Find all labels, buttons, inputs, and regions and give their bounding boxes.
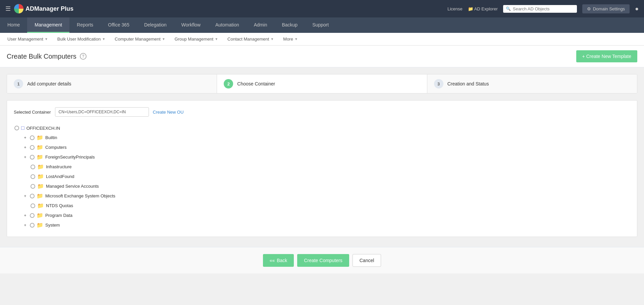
tab-backup[interactable]: Backup xyxy=(274,17,305,33)
tree-children: + 📁 Builtin + 📁 Computers + 📁 xyxy=(22,133,630,230)
tree-label-infrastructure: Infrastructure xyxy=(46,164,72,169)
subnav-more[interactable]: More ▼ xyxy=(278,33,303,46)
tree-item-builtin[interactable]: + 📁 Builtin xyxy=(22,133,630,142)
tree-label-lostandfound: LostAndFound xyxy=(46,174,74,179)
tab-delegation[interactable]: Delegation xyxy=(137,17,174,33)
subnav-label-computer-management: Computer Management xyxy=(115,37,161,42)
subnav-label-user-management: User Management xyxy=(7,37,43,42)
folder-icon-builtin: 📁 xyxy=(37,134,43,141)
tree-item-ntds-quotas[interactable]: 📁 NTDS Quotas xyxy=(30,201,630,210)
page-title: Create Bulk Computers xyxy=(7,53,76,60)
tree-label-foreign-security: ForeignSecurityPrincipals xyxy=(45,155,95,160)
tree-radio-computers[interactable] xyxy=(30,145,35,150)
create-computers-button[interactable]: Create Computers xyxy=(297,254,349,267)
wizard-step-1[interactable]: 1 Add computer details xyxy=(7,74,217,93)
search-icon: 🔍 xyxy=(506,6,511,11)
tab-support[interactable]: Support xyxy=(305,17,336,33)
folder-icon-foreign-security: 📁 xyxy=(37,154,43,160)
tree-radio-exchange-system[interactable] xyxy=(30,194,35,198)
search-input[interactable] xyxy=(513,6,574,11)
step-label-3: Creation and Status xyxy=(447,81,489,86)
hamburger-icon[interactable]: ☰ xyxy=(5,5,11,12)
create-new-template-button[interactable]: + Create New Template xyxy=(576,50,637,62)
back-arrow-icon: «« xyxy=(270,258,275,263)
selected-container-label: Selected Container xyxy=(14,110,51,115)
tree-label-builtin: Builtin xyxy=(45,135,57,140)
tree-item-program-data[interactable]: + 📁 Program Data xyxy=(22,210,630,220)
subnav-contact-management[interactable]: Contact Management ▼ xyxy=(223,33,278,46)
folder-icon-ntds-quotas: 📁 xyxy=(37,202,44,209)
tree-item-exchange-system[interactable]: + 📁 Microsoft Exchange System Objects xyxy=(22,191,630,201)
page-header: Create Bulk Computers ? + Create New Tem… xyxy=(0,46,644,67)
expand-icon-computers[interactable]: + xyxy=(22,145,28,150)
tree-item-lostandfound[interactable]: 📁 LostAndFound xyxy=(30,172,630,181)
tree-root-radio[interactable] xyxy=(14,126,19,130)
wizard-step-3[interactable]: 3 Creation and Status xyxy=(427,74,637,93)
footer-buttons: «« Back Create Computers Cancel xyxy=(0,247,644,273)
tree-radio-builtin[interactable] xyxy=(30,135,35,140)
expand-icon-program-data[interactable]: + xyxy=(22,213,28,218)
subnav-group-management[interactable]: Group Management ▼ xyxy=(170,33,223,46)
expand-icon-builtin[interactable]: + xyxy=(22,135,28,140)
expand-icon-system[interactable]: + xyxy=(22,223,28,228)
help-icon[interactable]: ? xyxy=(80,53,87,60)
ad-explorer-link[interactable]: 📁 AD Explorer xyxy=(468,6,498,11)
create-new-ou-link[interactable]: Create New OU xyxy=(153,110,184,115)
tree-label-ntds-quotas: NTDS Quotas xyxy=(46,203,73,208)
user-icon[interactable]: ● xyxy=(635,5,639,12)
container-input[interactable] xyxy=(55,107,149,117)
tree-radio-lostandfound[interactable] xyxy=(31,174,35,179)
tree-radio-program-data[interactable] xyxy=(30,213,35,218)
tab-admin[interactable]: Admin xyxy=(247,17,275,33)
tab-automation[interactable]: Automation xyxy=(208,17,247,33)
wizard-step-2[interactable]: 2 Choose Container xyxy=(217,74,427,93)
tab-home[interactable]: Home xyxy=(0,17,27,33)
tab-management[interactable]: Management xyxy=(27,17,69,33)
tab-reports[interactable]: Reports xyxy=(69,17,101,33)
expand-icon-foreign-security[interactable]: + xyxy=(22,155,28,160)
top-bar-left: ☰ ADManager Plus xyxy=(5,4,73,13)
tree-item-computers[interactable]: + 📁 Computers xyxy=(22,142,630,152)
top-bar: ☰ ADManager Plus License 📁 AD Explorer 🔍… xyxy=(0,0,644,17)
tree-radio-system[interactable] xyxy=(30,223,35,228)
license-link[interactable]: License xyxy=(447,6,463,11)
search-box[interactable]: 🔍 xyxy=(503,5,577,13)
expand-icon-exchange-system[interactable]: + xyxy=(22,193,28,199)
tree-item-system[interactable]: + 📁 System xyxy=(22,220,630,230)
subnav-computer-management[interactable]: Computer Management ▼ xyxy=(110,33,170,46)
tree-children-sub: 📁 Infrastructure 📁 LostAndFound 📁 Manage… xyxy=(30,162,630,191)
tree-item-foreign-security[interactable]: + 📁 ForeignSecurityPrincipals xyxy=(22,152,630,162)
subnav-user-management[interactable]: User Management ▼ xyxy=(3,33,53,46)
chevron-down-icon: ▼ xyxy=(162,37,165,41)
chevron-down-icon: ▼ xyxy=(45,37,48,41)
selected-container-row: Selected Container Create New OU xyxy=(14,107,630,117)
chevron-down-icon: ▼ xyxy=(270,37,274,41)
back-button[interactable]: «« Back xyxy=(263,254,294,267)
cancel-button[interactable]: Cancel xyxy=(353,254,381,267)
chevron-down-icon: ▼ xyxy=(294,37,298,41)
tree-label-managed-service-accounts: Managed Service Accounts xyxy=(46,184,99,189)
tree-root-label: OFFICEEXCH.IN xyxy=(26,126,60,131)
tree-label-program-data: Program Data xyxy=(45,213,72,218)
folder-icon-exchange-system: 📁 xyxy=(37,193,43,199)
wizard-steps: 1 Add computer details 2 Choose Containe… xyxy=(7,74,637,94)
subnav-bulk-user-modification[interactable]: Bulk User Modification ▼ xyxy=(53,33,110,46)
step-number-3: 3 xyxy=(434,79,443,88)
tree-item-infrastructure[interactable]: 📁 Infrastructure xyxy=(30,162,630,172)
domain-settings-button[interactable]: ⚙ Domain Settings xyxy=(582,4,630,13)
logo: ADManager Plus xyxy=(14,4,73,13)
folder-icon-system: 📁 xyxy=(37,222,43,228)
tree-item-managed-service-accounts[interactable]: 📁 Managed Service Accounts xyxy=(30,181,630,191)
folder-icon-infrastructure: 📁 xyxy=(37,164,44,170)
tree-radio-foreign-security[interactable] xyxy=(30,155,35,160)
tab-workflow[interactable]: Workflow xyxy=(174,17,208,33)
step-label-1: Add computer details xyxy=(27,81,71,86)
tree-radio-ntds-quotas[interactable] xyxy=(31,203,35,208)
folder-icon-computers: 📁 xyxy=(37,144,43,150)
step-label-2: Choose Container xyxy=(237,81,275,86)
tree-radio-infrastructure[interactable] xyxy=(31,165,35,169)
chevron-down-icon: ▼ xyxy=(215,37,218,41)
tab-office365[interactable]: Office 365 xyxy=(101,17,137,33)
tree-root-item[interactable]: □ OFFICEEXCH.IN xyxy=(14,123,630,133)
tree-radio-managed-service-accounts[interactable] xyxy=(31,184,35,189)
